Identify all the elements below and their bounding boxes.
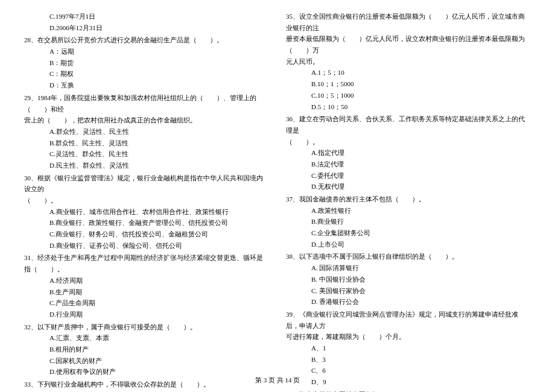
- q36-option-c: C.委托代理: [286, 170, 531, 182]
- q32-option-b: B.租用的财产: [24, 344, 269, 355]
- q29-option-a: A.群众性、灵活性、民主性: [24, 126, 269, 138]
- q30-option-b: B.商业银行、政策性银行、金融资产管理公司、信托投资公司: [24, 217, 269, 229]
- q35-option-d: D.5；10；50: [286, 101, 531, 113]
- question-27-tail: C.1997年7月1日 D.2006年12月31日: [24, 11, 269, 33]
- q31-option-d: D.行业周期: [24, 309, 269, 320]
- q31-stem: 31、经济处于生产和再生产过程中周期性的经济扩张与经济紧缩交替更迭、循环是指（ …: [24, 252, 269, 274]
- q36-stem-line2: （ ）。: [286, 136, 531, 148]
- q36-option-b: B.法定代理: [286, 159, 531, 170]
- q35-stem-line1: 35、设立全国性商业银行的注册资本最低限额为（ ）亿元人民币，设立城市商业银行的…: [286, 11, 531, 33]
- q29-option-c: C.灵活性、群众性、民主性: [24, 148, 269, 160]
- q38-stem: 38、以下选项中不属于国际上银行自律组织的是（ ）。: [286, 251, 531, 262]
- q39-option-a: A、1: [286, 343, 531, 354]
- q38-option-a: A. 国际清算银行: [286, 262, 531, 274]
- q35-stem-line2: 册资本最低限额为（ ）亿元人民币，设立农村商业银行的注册资本最低限额为（ ）万: [286, 33, 531, 55]
- q30-option-a: A.商业银行、城市信用合作社、农村信用合作社、政策性银行: [24, 206, 269, 218]
- question-29: 29、1984年，国务院提出要恢复和加强农村信用社组织上的（ ）、管理上的（ ）…: [24, 92, 269, 171]
- q37-option-c: C.企业集团财务公司: [286, 227, 531, 239]
- question-28: 28、在交易所以公开竞价方式进行交易的金融衍生产品是（ ）。 A：远期 B：期货…: [24, 34, 269, 90]
- page-footer: 第 3 页 共 14 页: [0, 375, 555, 386]
- q29-option-b: B.群众性、民主性、灵活性: [24, 138, 269, 149]
- q39-stem-line2: 可进行筹建，筹建期限为（ ）个月。: [286, 331, 531, 343]
- q31-option-b: B.生产周期: [24, 286, 269, 298]
- q38-option-d: D. 香港银行公会: [286, 296, 531, 308]
- q30-stem-line1: 30、根据《银行业监督管理法》规定，银行业金融机构是指在中华人民共和国境内设立的: [24, 172, 269, 195]
- q28-option-c: C：期权: [24, 68, 269, 80]
- question-36: 36、建立在劳动合同关系、合伙关系、工作职务关系等特定基础法律关系之上的代理是 …: [286, 113, 531, 192]
- q31-option-c: C.产品生命周期: [24, 297, 269, 309]
- q29-option-d: D.民主性、群众性、灵活性: [24, 160, 269, 171]
- q36-option-a: A.指定代理: [286, 147, 531, 159]
- q30-stem-line2: （ ）。: [24, 195, 269, 206]
- q38-option-c: C. 美国银行家协会: [286, 285, 531, 297]
- q35-option-a: A.1；5；10: [286, 67, 531, 78]
- question-37: 37、我国金融债券的发行主体不包括（ ）。 A.政策性银行 B.商业银行 C.企…: [286, 194, 531, 250]
- q32-stem: 32、以下财产质押中，属于商业银行可接受的是（ ）。: [24, 321, 269, 333]
- q37-option-b: B.商业银行: [286, 216, 531, 227]
- question-40: 40、资本市场的主要特点不包括（ ）。 A.风险大 B.收益较低 C.期限长 D…: [286, 389, 531, 392]
- q28-option-b: B：期货: [24, 57, 269, 69]
- q27-option-d: D.2006年12月31日: [24, 22, 269, 34]
- q37-option-a: A.政策性银行: [286, 205, 531, 217]
- q35-option-c: C.10；5；1000: [286, 90, 531, 101]
- q40-stem: 40、资本市场的主要特点不包括（ ）。: [286, 389, 531, 392]
- q37-stem: 37、我国金融债券的发行主体不包括（ ）。: [286, 194, 531, 205]
- q28-option-a: A：远期: [24, 46, 269, 57]
- q39-stem-line1: 39、《商业银行设立同城营业网点管理办法》规定，同城支行的筹建申请经批准后，申请…: [286, 309, 531, 331]
- q30-option-d: D.商业银行、证券公司、保险公司、信托公司: [24, 240, 269, 251]
- q36-stem-line1: 36、建立在劳动合同关系、合伙关系、工作职务关系等特定基础法律关系之上的代理是: [286, 113, 531, 136]
- q39-option-b: B、3: [286, 354, 531, 365]
- q38-option-b: B. 中国银行业协会: [286, 274, 531, 285]
- right-column: 35、设立全国性商业银行的注册资本最低限额为（ ）亿元人民币，设立城市商业银行的…: [286, 11, 531, 392]
- question-38: 38、以下选项中不属于国际上银行自律组织的是（ ）。 A. 国际清算银行 B. …: [286, 251, 531, 307]
- two-column-layout: C.1997年7月1日 D.2006年12月31日 28、在交易所以公开竞价方式…: [24, 11, 531, 392]
- question-30: 30、根据《银行业监督管理法》规定，银行业金融机构是指在中华人民共和国境内设立的…: [24, 172, 269, 251]
- q30-option-c: C.商业银行、财务公司、信托投资公司、金融租赁公司: [24, 229, 269, 240]
- q31-option-a: A.经济周期: [24, 275, 269, 286]
- q35-stem-line3: 元人民币。: [286, 56, 531, 68]
- q27-option-c: C.1997年7月1日: [24, 11, 269, 22]
- question-32: 32、以下财产质押中，属于商业银行可接受的是（ ）。 A.汇票、支票、本票 B.…: [24, 321, 269, 378]
- q29-stem-line2: 营上的（ ），把农村信用社办成真正的合作金融组织。: [24, 115, 269, 126]
- q28-option-d: D：互换: [24, 80, 269, 91]
- q32-option-a: A.汇票、支票、本票: [24, 332, 269, 344]
- q35-option-b: B.10；1；5000: [286, 78, 531, 90]
- q28-stem: 28、在交易所以公开竞价方式进行交易的金融衍生产品是（ ）。: [24, 34, 269, 46]
- q37-option-d: D.上市公司: [286, 239, 531, 250]
- q36-option-d: D.无权代理: [286, 181, 531, 192]
- q29-stem-line1: 29、1984年，国务院提出要恢复和加强农村信用社组织上的（ ）、管理上的（ ）…: [24, 92, 269, 115]
- question-35: 35、设立全国性商业银行的注册资本最低限额为（ ）亿元人民币，设立城市商业银行的…: [286, 11, 531, 112]
- left-column: C.1997年7月1日 D.2006年12月31日 28、在交易所以公开竞价方式…: [24, 11, 269, 392]
- q32-option-c: C.国家机关的财产: [24, 355, 269, 367]
- question-31: 31、经济处于生产和再生产过程中周期性的经济扩张与经济紧缩交替更迭、循环是指（ …: [24, 252, 269, 320]
